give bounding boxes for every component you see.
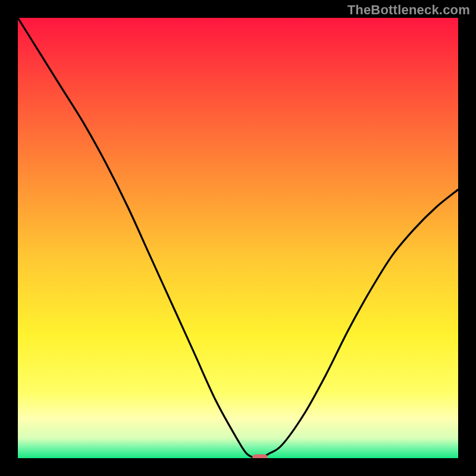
plot-area bbox=[18, 18, 458, 458]
chart-frame: TheBottleneck.com bbox=[0, 0, 476, 476]
gradient-background bbox=[18, 18, 458, 458]
min-marker bbox=[252, 455, 268, 459]
chart-svg bbox=[18, 18, 458, 458]
watermark-label: TheBottleneck.com bbox=[347, 2, 470, 18]
